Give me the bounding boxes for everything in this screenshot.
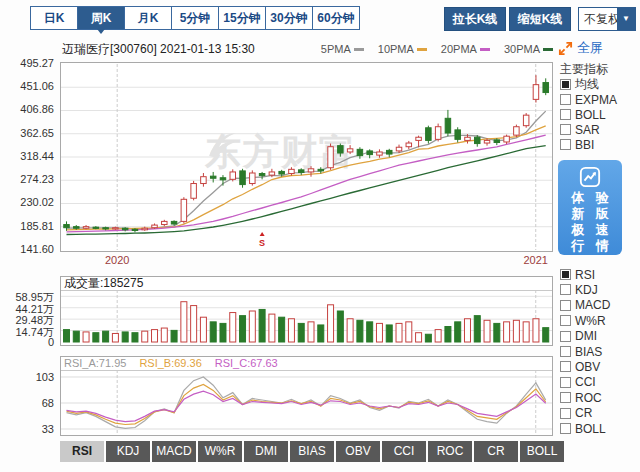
legend-swatch bbox=[417, 48, 427, 51]
checkbox-box[interactable] bbox=[560, 331, 571, 342]
checkbox-box[interactable] bbox=[560, 94, 571, 105]
rsi-value-label: RSI_A:71.95 bbox=[61, 357, 126, 369]
indicator-tab-CR[interactable]: CR bbox=[474, 441, 518, 462]
legend-label: 10PMA bbox=[378, 43, 414, 55]
period-tab-60分钟[interactable]: 60分钟 bbox=[312, 6, 360, 30]
indicator-tab-DMI[interactable]: DMI bbox=[244, 441, 288, 462]
checkbox-label: KDJ bbox=[575, 283, 598, 297]
checkbox-box[interactable] bbox=[560, 423, 571, 434]
checkbox-KDJ[interactable]: KDJ bbox=[560, 283, 598, 296]
promo-text-line: 行 情 bbox=[562, 238, 622, 254]
chart-line-icon bbox=[579, 166, 601, 188]
legend-swatch bbox=[354, 48, 364, 51]
candlestick-chart[interactable]: S bbox=[60, 62, 553, 252]
checkbox-BOLL[interactable]: BOLL bbox=[560, 422, 606, 435]
legend-label: 20PMA bbox=[441, 43, 477, 55]
indicator-tab-BIAS[interactable]: BIAS bbox=[290, 441, 334, 462]
promo-text-line: 新 版 bbox=[562, 206, 622, 222]
checkbox-box[interactable] bbox=[560, 284, 571, 295]
price-tick: 274.23 bbox=[0, 173, 54, 185]
price-tick: 451.06 bbox=[0, 80, 54, 92]
checkbox-BOLL[interactable]: BOLL bbox=[560, 108, 606, 121]
legend-swatch bbox=[480, 48, 490, 51]
checkbox-label: W%R bbox=[575, 314, 606, 328]
checkbox-DMI[interactable]: DMI bbox=[560, 330, 597, 343]
checkbox-box[interactable] bbox=[560, 300, 571, 311]
volume-tick: 0 bbox=[0, 336, 54, 348]
checkbox-box[interactable] bbox=[560, 392, 571, 403]
checkbox-box[interactable] bbox=[560, 79, 571, 90]
indicator-tab-KDJ[interactable]: KDJ bbox=[106, 441, 150, 462]
indicator-tab-MACD[interactable]: MACD bbox=[152, 441, 196, 462]
checkbox-BIAS[interactable]: BIAS bbox=[560, 345, 602, 358]
checkbox-均线[interactable]: 均线 bbox=[560, 78, 599, 91]
checkbox-SAR[interactable]: SAR bbox=[560, 123, 600, 136]
candlestick-panel[interactable]: 东方财富 S bbox=[60, 62, 553, 252]
chevron-down-icon: ▼ bbox=[617, 8, 635, 30]
indicator-tab-ROC[interactable]: ROC bbox=[428, 441, 472, 462]
volume-value-label: 成交量:185275 bbox=[61, 277, 552, 291]
rsi-panel[interactable]: RSI_A:71.95RSI_B:69.36RSI_C:67.63 bbox=[60, 356, 553, 436]
checkbox-box[interactable] bbox=[560, 315, 571, 326]
indicator-tab-CCI[interactable]: CCI bbox=[382, 441, 426, 462]
stretch-kline-button[interactable]: 拉长K线 bbox=[444, 7, 506, 31]
stock-title: 迈瑞医疗[300760] 2021-01-13 15:30 bbox=[62, 41, 255, 58]
fullscreen-label: 全屏 bbox=[577, 39, 603, 57]
period-tab-5分钟[interactable]: 5分钟 bbox=[171, 6, 219, 30]
new-version-promo-button[interactable]: 体 验 新 版 极 速 行 情 bbox=[558, 160, 622, 255]
ma-legend: 5PMA10PMA20PMA30PMA bbox=[321, 43, 553, 55]
checkbox-box[interactable] bbox=[560, 346, 571, 357]
legend-item-undefined: 30PMA bbox=[504, 43, 553, 55]
price-tick: 495.27 bbox=[0, 57, 54, 69]
checkbox-RSI[interactable]: RSI bbox=[560, 268, 595, 281]
rsi-tick: 103 bbox=[0, 371, 54, 383]
legend-item-undefined: 10PMA bbox=[378, 43, 427, 55]
promo-text-line: 极 速 bbox=[562, 222, 622, 238]
checkbox-box[interactable] bbox=[560, 408, 571, 419]
period-tab-15分钟[interactable]: 15分钟 bbox=[218, 6, 266, 30]
y-axis-labels: 495.27451.06406.86362.65318.44274.23230.… bbox=[0, 0, 56, 472]
checkbox-box[interactable] bbox=[560, 109, 571, 120]
indicator-tab-bar: RSIKDJMACDW%RDMIBIASOBVCCIROCCRBOLL bbox=[60, 441, 564, 462]
indicator-tab-BOLL[interactable]: BOLL bbox=[520, 441, 564, 462]
adjust-type-dropdown[interactable]: 不复权 ▼ bbox=[578, 7, 636, 31]
indicator-tab-OBV[interactable]: OBV bbox=[336, 441, 380, 462]
indicator-tab-RSI[interactable]: RSI bbox=[60, 441, 104, 462]
period-tab-group: 日K周K月K5分钟15分钟30分钟60分钟 bbox=[30, 6, 360, 30]
checkbox-CR[interactable]: CR bbox=[560, 407, 592, 420]
shrink-kline-button[interactable]: 缩短K线 bbox=[509, 7, 571, 31]
x-axis-year-label: 2021 bbox=[514, 254, 558, 266]
checkbox-label: CCI bbox=[575, 375, 596, 389]
checkbox-OBV[interactable]: OBV bbox=[560, 360, 600, 373]
price-tick: 185.81 bbox=[0, 220, 54, 232]
x-axis-year-label: 2020 bbox=[95, 254, 139, 266]
checkbox-label: 均线 bbox=[575, 76, 599, 93]
rsi-value-label: RSI_C:67.63 bbox=[212, 357, 278, 369]
volume-panel[interactable]: 成交量:185275 bbox=[60, 276, 553, 346]
checkbox-W%R[interactable]: W%R bbox=[560, 314, 606, 327]
checkbox-box[interactable] bbox=[560, 377, 571, 388]
adjust-type-value: 不复权 bbox=[584, 8, 620, 30]
checkbox-ROC[interactable]: ROC bbox=[560, 391, 602, 404]
checkbox-label: MACD bbox=[575, 298, 610, 312]
rsi-tick: 33 bbox=[0, 423, 54, 435]
checkbox-MACD[interactable]: MACD bbox=[560, 299, 610, 312]
checkbox-label: BIAS bbox=[575, 345, 602, 359]
checkbox-EXPMA[interactable]: EXPMA bbox=[560, 93, 617, 106]
checkbox-box[interactable] bbox=[560, 361, 571, 372]
checkbox-box[interactable] bbox=[560, 124, 571, 135]
period-tab-月K[interactable]: 月K bbox=[124, 6, 172, 30]
checkbox-box[interactable] bbox=[560, 269, 571, 280]
checkbox-BBI[interactable]: BBI bbox=[560, 138, 594, 151]
rsi-value-label: RSI_B:69.36 bbox=[136, 357, 201, 369]
period-tab-周K[interactable]: 周K bbox=[77, 6, 125, 30]
price-tick: 362.65 bbox=[0, 127, 54, 139]
indicator-tab-W%R[interactable]: W%R bbox=[198, 441, 242, 462]
fullscreen-button[interactable]: 全屏 bbox=[558, 39, 603, 57]
checkbox-box[interactable] bbox=[560, 139, 571, 150]
legend-item-undefined: 20PMA bbox=[441, 43, 490, 55]
period-tab-30分钟[interactable]: 30分钟 bbox=[265, 6, 313, 30]
rsi-tick: 68 bbox=[0, 397, 54, 409]
checkbox-CCI[interactable]: CCI bbox=[560, 376, 596, 389]
legend-label: 5PMA bbox=[321, 43, 351, 55]
